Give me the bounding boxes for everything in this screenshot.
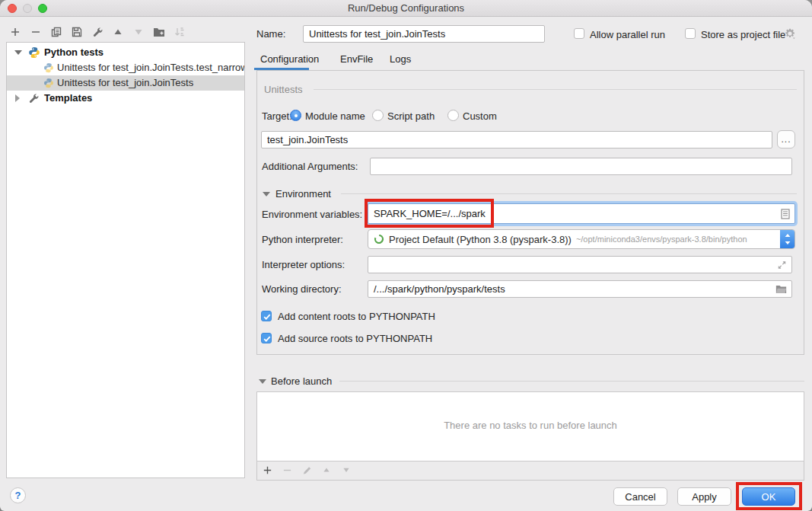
tab-envfile[interactable]: EnvFile: [340, 53, 373, 65]
before-launch-task-list[interactable]: There are no tasks to run before launch: [257, 392, 804, 461]
section-divider: [339, 381, 804, 382]
before-launch-toolbar: [261, 464, 352, 476]
name-label: Name:: [256, 28, 285, 40]
target-script-path-label: Script path: [387, 110, 435, 122]
name-input[interactable]: Unittests for test_join.JoinTests: [303, 25, 545, 43]
env-vars-list-icon[interactable]: [781, 208, 790, 219]
python-test-icon: [43, 60, 54, 75]
environment-section-title: Environment: [275, 188, 331, 200]
apply-button[interactable]: Apply: [677, 487, 731, 506]
section-divider: [341, 193, 797, 194]
tree-item-label: Unittests for test_join.JoinTests: [57, 75, 244, 91]
environment-variables-label: Environment variables:: [262, 209, 362, 220]
name-value: Unittests for test_join.JoinTests: [309, 28, 445, 40]
edit-templates-icon[interactable]: [91, 26, 103, 38]
working-directory-value: /.../spark/python/pyspark/tests: [374, 283, 505, 295]
additional-arguments-label: Additional Arguments:: [262, 161, 358, 172]
expand-field-icon[interactable]: [777, 260, 787, 270]
working-directory-input[interactable]: /.../spark/python/pyspark/tests: [368, 280, 792, 298]
tree-item-label: Templates: [44, 91, 92, 106]
configurations-tree: Python tests Unittests for test_join.Joi…: [6, 42, 245, 478]
add-source-roots-checkbox[interactable]: [261, 333, 272, 343]
tree-item-templates[interactable]: Templates: [7, 91, 244, 106]
tree-item-unittest-narrow[interactable]: Unittests for test_join.JoinTests.test_n…: [7, 60, 244, 75]
working-directory-label: Working directory:: [262, 283, 342, 295]
browse-folder-icon[interactable]: [775, 285, 787, 294]
move-up-icon[interactable]: [112, 26, 124, 38]
before-launch-section-title: Before launch: [271, 375, 332, 387]
titlebar: Run/Debug Configurations: [0, 0, 812, 17]
interpreter-options-input[interactable]: [368, 256, 792, 273]
tree-item-python-tests[interactable]: Python tests: [7, 45, 244, 60]
python-icon: [28, 45, 40, 60]
add-configuration-icon[interactable]: [9, 26, 21, 38]
additional-arguments-input[interactable]: [370, 158, 792, 175]
sort-configurations-icon[interactable]: [174, 26, 186, 38]
target-module-name-label: Module name: [305, 110, 365, 122]
help-question-icon: ?: [15, 490, 21, 501]
environment-collapse-icon[interactable]: [263, 192, 270, 196]
python-interpreter-select[interactable]: Project Default (Python 3.8 (pyspark-3.8…: [368, 229, 795, 249]
python-interpreter-label: Python interpreter:: [262, 234, 343, 245]
expand-arrow-icon[interactable]: [15, 94, 20, 102]
browse-module-button[interactable]: ...: [777, 130, 795, 149]
store-as-project-file-checkbox[interactable]: [685, 28, 696, 39]
before-launch-empty-text: There are no tasks to run before launch: [257, 420, 804, 431]
add-content-roots-checkbox[interactable]: [261, 311, 272, 321]
unittests-group-title: Unittests: [264, 84, 303, 95]
tree-item-unittest-jointests[interactable]: Unittests for test_join.JoinTests: [7, 75, 244, 91]
interpreter-dropdown-stepper-icon[interactable]: [780, 229, 795, 249]
module-name-value: test_join.JoinTests: [267, 134, 348, 145]
help-button[interactable]: ?: [10, 487, 26, 503]
cancel-button[interactable]: Cancel: [613, 487, 667, 506]
target-label: Target:: [262, 110, 292, 122]
save-configuration-icon[interactable]: [71, 26, 83, 38]
apply-button-label: Apply: [692, 491, 717, 503]
target-module-name-radio[interactable]: [290, 110, 301, 121]
move-task-down-icon[interactable]: [340, 464, 352, 476]
module-name-input[interactable]: test_join.JoinTests: [261, 131, 772, 149]
store-options-gear-icon[interactable]: [784, 27, 796, 40]
move-down-icon[interactable]: [132, 26, 145, 38]
remove-configuration-icon[interactable]: [30, 26, 42, 38]
tab-configuration[interactable]: Configuration: [260, 53, 319, 65]
remove-task-icon[interactable]: [281, 464, 293, 476]
group-divider: [314, 89, 797, 90]
python-interpreter-value: Project Default (Python 3.8 (pyspark-3.8…: [389, 234, 572, 245]
configurations-toolbar: [9, 24, 186, 40]
target-custom-label: Custom: [463, 110, 497, 122]
annotation-env-vars-highlight: [365, 199, 494, 228]
add-task-icon[interactable]: [261, 464, 273, 476]
python-interpreter-path: ~/opt/miniconda3/envs/pyspark-3.8/bin/py…: [576, 235, 747, 244]
add-source-roots-label: Add source roots to PYTHONPATH: [278, 333, 432, 344]
collapse-arrow-icon[interactable]: [14, 50, 22, 55]
interpreter-options-label: Interpreter options:: [262, 259, 345, 270]
tree-item-label: Python tests: [44, 45, 103, 60]
move-task-up-icon[interactable]: [320, 464, 333, 476]
target-custom-radio[interactable]: [447, 110, 459, 121]
allow-parallel-run-checkbox[interactable]: [574, 28, 584, 39]
templates-wrench-icon: [28, 91, 40, 106]
before-launch-panel: There are no tasks to run before launch: [256, 391, 804, 481]
add-content-roots-label: Add content roots to PYTHONPATH: [278, 311, 435, 322]
window-title: Run/Debug Configurations: [0, 2, 812, 14]
store-as-project-file-label: Store as project file: [701, 29, 785, 40]
allow-parallel-run-label: Allow parallel run: [590, 29, 665, 40]
run-debug-configurations-dialog: Run/Debug Configurations: [0, 0, 812, 511]
new-folder-icon[interactable]: [153, 26, 165, 38]
python-test-icon: [43, 75, 54, 91]
edit-task-icon[interactable]: [301, 464, 313, 476]
cancel-button-label: Cancel: [625, 491, 655, 503]
annotation-ok-highlight: [736, 482, 802, 510]
target-script-path-radio[interactable]: [372, 110, 384, 121]
conda-env-icon: [374, 234, 384, 244]
browse-button-label: ...: [781, 134, 791, 145]
copy-configuration-icon[interactable]: [50, 26, 62, 38]
before-launch-collapse-icon[interactable]: [259, 379, 266, 384]
tree-item-label: Unittests for test_join.JoinTests.test_n…: [57, 60, 244, 75]
tab-logs[interactable]: Logs: [390, 53, 411, 65]
